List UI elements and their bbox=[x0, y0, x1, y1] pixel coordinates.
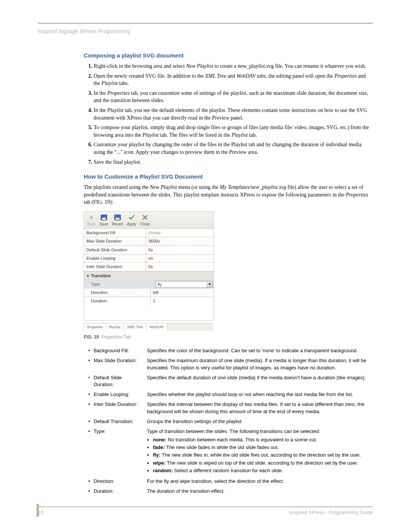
page-number: 16 bbox=[38, 510, 43, 515]
label-max-dur: Max Slide Duration bbox=[84, 237, 146, 245]
steps-list: Right-click in the browsing area and sel… bbox=[84, 62, 373, 166]
row-background-fill[interactable]: Background Fill (none) bbox=[84, 229, 213, 237]
step-2: Open the newly created SVG file. In addi… bbox=[94, 72, 373, 87]
row-default-slide-dur[interactable]: Default Slide Duration 5s bbox=[84, 246, 213, 254]
back-button[interactable]: Back bbox=[87, 214, 96, 227]
back-arrow-icon bbox=[87, 214, 96, 221]
label-transition: Transition bbox=[91, 273, 111, 278]
value-duration: 1 bbox=[151, 297, 213, 305]
dropdown-arrow-icon[interactable] bbox=[207, 281, 212, 288]
step-6: Customize your playlist by changing the … bbox=[94, 141, 373, 156]
label-def-dur: Default Slide Duration bbox=[84, 246, 146, 254]
row-enable-looping[interactable]: Enable Looping on bbox=[84, 254, 213, 263]
chevron-down-icon bbox=[86, 275, 89, 277]
tab-properties[interactable]: Properties bbox=[84, 323, 106, 331]
step-5: To compose your playlist, simply drag an… bbox=[94, 124, 373, 139]
close-icon bbox=[141, 214, 149, 221]
type-wipe: wipe: The new slide is wiped on top of t… bbox=[153, 460, 373, 466]
def-enable-looping: •Enable Looping: Specifies whether the p… bbox=[88, 391, 373, 398]
panel-tabs: Properties Playlist XML Tree WebDAV bbox=[84, 323, 213, 331]
value-inter: 0s bbox=[146, 263, 213, 271]
label-inter: Inter Slide Duration bbox=[84, 263, 146, 271]
row-direction[interactable]: Direction left bbox=[84, 289, 213, 297]
apply-label: Apply bbox=[127, 222, 136, 227]
def-inter-slide: •Inter Slide Duration: Specifies the int… bbox=[88, 401, 373, 415]
footer-title: Inspired XPress - Programming Guide bbox=[289, 510, 373, 515]
step-3: In the Properties tab, you can customize… bbox=[94, 89, 373, 104]
value-bg-fill: (none) bbox=[146, 229, 213, 237]
back-label: Back bbox=[87, 222, 96, 227]
type-random: random: Select a different random transi… bbox=[153, 467, 373, 474]
section-heading-composing: Composing a playlist SVG document bbox=[84, 51, 373, 59]
value-max-dur: 3600s bbox=[146, 237, 213, 245]
label-direction: Direction bbox=[84, 289, 151, 297]
revert-label: Revert bbox=[112, 222, 123, 227]
running-header: Inspired Signage XPress Programming bbox=[38, 28, 373, 34]
tab-xml-tree[interactable]: XML Tree bbox=[124, 323, 147, 331]
def-max-slide: •Max Slide Duration: Specifies the maxim… bbox=[88, 357, 373, 371]
floppy-revert-icon bbox=[113, 214, 122, 221]
label-bg-fill: Background Fill bbox=[84, 229, 146, 237]
step-4: In the Playlist tab, you see the default… bbox=[94, 107, 373, 121]
apply-button[interactable]: Apply bbox=[127, 214, 136, 227]
def-default-slide: •Default Slide Duration: Specifies the d… bbox=[88, 374, 373, 388]
value-def-dur: 5s bbox=[146, 246, 213, 254]
type-fade: fade: The new slide fades in while the o… bbox=[153, 444, 373, 451]
def-type: •Type: Type of transition between the sl… bbox=[88, 428, 373, 475]
tab-playlist[interactable]: Playlist bbox=[106, 323, 124, 331]
close-label: Close bbox=[140, 222, 150, 227]
floppy-icon bbox=[100, 214, 108, 221]
step-1: Right-click in the browsing area and sel… bbox=[94, 62, 373, 70]
tab-webdav[interactable]: WebDAV bbox=[146, 323, 167, 331]
def-direction: •Direction: For the fly and wipe transit… bbox=[88, 478, 373, 485]
row-transition-header[interactable]: Transition bbox=[84, 272, 213, 280]
panel-toolbar: Back Save Revert bbox=[84, 212, 213, 229]
section-heading-customize: How to Customize a Playlist SVG Document bbox=[84, 173, 373, 181]
row-max-slide-dur[interactable]: Max Slide Duration 3600s bbox=[84, 237, 213, 246]
revert-button[interactable]: Revert bbox=[112, 214, 123, 227]
def-background-fill: •Background Fill: Specifies the color of… bbox=[88, 347, 373, 354]
type-fly: fly: The new slide flies in, while the o… bbox=[153, 452, 373, 459]
check-icon bbox=[127, 214, 136, 221]
value-direction: left bbox=[151, 289, 213, 297]
svg-rect-2 bbox=[105, 215, 106, 217]
row-inter-slide-dur[interactable]: Inter Slide Duration 0s bbox=[84, 263, 213, 271]
type-combobox[interactable]: fly bbox=[156, 281, 213, 288]
svg-rect-5 bbox=[116, 215, 117, 217]
svg-rect-4 bbox=[116, 218, 119, 220]
label-loop: Enable Looping bbox=[84, 254, 146, 262]
def-default-transition: •Default Transition: Groups the transiti… bbox=[88, 418, 373, 425]
save-label: Save bbox=[99, 222, 108, 227]
type-sublist: none: No transition between each media. … bbox=[147, 436, 373, 474]
figure-caption: FIG. 19 Properties Tab bbox=[84, 334, 373, 340]
label-type: Type bbox=[84, 280, 155, 288]
close-button[interactable]: Close bbox=[140, 214, 150, 227]
value-loop: on bbox=[146, 254, 213, 262]
save-button[interactable]: Save bbox=[99, 214, 108, 227]
svg-rect-1 bbox=[102, 218, 106, 220]
row-type[interactable]: Type fly bbox=[84, 280, 213, 288]
definition-list: •Background Fill: Specifies the color of… bbox=[88, 347, 373, 495]
row-duration[interactable]: Duration 1 bbox=[84, 297, 213, 305]
intro-paragraph: The playlists created using the New Play… bbox=[84, 184, 373, 206]
step-7: Save the final playlist. bbox=[94, 158, 373, 166]
def-duration: •Duration: The duration of the transitio… bbox=[88, 488, 373, 495]
properties-panel: Back Save Revert bbox=[84, 211, 214, 321]
label-duration: Duration bbox=[84, 297, 151, 305]
value-type: fly bbox=[156, 281, 207, 288]
page-footer: 16 Inspired XPress - Programming Guide bbox=[38, 506, 373, 515]
type-none: none: No transition between each media. … bbox=[153, 436, 373, 443]
